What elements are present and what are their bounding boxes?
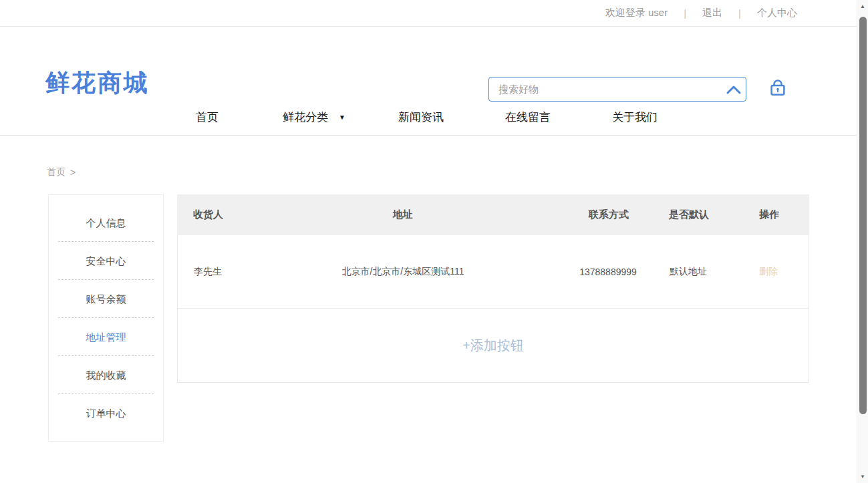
- cell-address: 北京市/北京市/东城区测试111: [238, 266, 568, 278]
- sidebar-item-label: 账号余额: [86, 293, 126, 305]
- nav-item-about-us[interactable]: 关于我们: [581, 100, 688, 135]
- breadcrumb: 首页 >: [47, 166, 868, 178]
- column-header-actions: 操作: [729, 208, 809, 221]
- sidebar-item-label: 我的收藏: [86, 369, 126, 381]
- table-header-row: 收货人 地址 联系方式 是否默认 操作: [177, 194, 809, 235]
- address-table: 收货人 地址 联系方式 是否默认 操作 李先生 北京市/北京市/东城区测试111…: [177, 194, 809, 383]
- column-header-phone: 联系方式: [569, 208, 649, 221]
- delete-address-button[interactable]: 删除: [728, 266, 809, 278]
- nav-label: 鲜花分类: [283, 111, 328, 124]
- sidebar-item-account-balance[interactable]: 账号余额: [49, 280, 163, 318]
- scrollbar[interactable]: ▲ ▼: [857, 0, 868, 483]
- topbar-divider: |: [684, 7, 686, 19]
- content-row: 个人信息 安全中心 账号余额 地址管理 我的收藏 订单中心: [48, 194, 868, 442]
- sidebar-item-security-center[interactable]: 安全中心: [49, 242, 163, 280]
- sidebar-item-address-management[interactable]: 地址管理: [49, 318, 163, 356]
- add-address-button[interactable]: +添加按钮: [462, 337, 524, 355]
- breadcrumb-home-link[interactable]: 首页: [47, 166, 65, 178]
- welcome-text: 欢迎登录 user: [605, 7, 668, 19]
- sidebar-item-label: 安全中心: [86, 255, 126, 267]
- scrollbar-up-arrow-icon[interactable]: ▲: [857, 3, 868, 9]
- logout-link[interactable]: 退出: [702, 7, 722, 19]
- lock-icon[interactable]: [768, 77, 788, 98]
- nav-item-home[interactable]: 首页: [154, 100, 261, 135]
- cell-is-default: 默认地址: [648, 266, 728, 278]
- search-box: [488, 77, 746, 102]
- column-header-address: 地址: [237, 208, 569, 221]
- sidebar-item-my-favorites[interactable]: 我的收藏: [49, 356, 163, 394]
- table-row: 李先生 北京市/北京市/东城区测试111 13788889999 默认地址 删除: [177, 235, 809, 309]
- site-header: 鲜花商城 首页: [0, 27, 868, 136]
- scrollbar-thumb[interactable]: [859, 17, 867, 414]
- page: 欢迎登录 user | 退出 | 个人中心 鲜花商城: [0, 0, 868, 483]
- column-header-receiver: 收货人: [177, 208, 237, 221]
- sidebar-item-order-center[interactable]: 订单中心: [49, 394, 163, 432]
- header-top: 鲜花商城: [0, 27, 868, 100]
- cell-phone: 13788889999: [568, 267, 648, 277]
- sidebar-item-label: 订单中心: [86, 408, 126, 419]
- cell-receiver: 李先生: [178, 266, 238, 278]
- column-header-is-default: 是否默认: [649, 208, 729, 221]
- nav-item-guestbook[interactable]: 在线留言: [474, 100, 581, 135]
- topbar-divider: |: [738, 7, 741, 19]
- chevron-up-icon[interactable]: [722, 84, 746, 95]
- nav-item-news[interactable]: 新闻资讯: [368, 100, 474, 135]
- account-sidebar: 个人信息 安全中心 账号余额 地址管理 我的收藏 订单中心: [48, 194, 164, 442]
- add-address-area: +添加按钮: [177, 309, 809, 383]
- nav-label: 新闻资讯: [398, 111, 444, 124]
- breadcrumb-separator: >: [70, 167, 76, 178]
- scrollbar-down-arrow-icon[interactable]: ▼: [857, 474, 868, 480]
- site-logo[interactable]: 鲜花商城: [45, 67, 150, 100]
- nav-label: 关于我们: [612, 111, 658, 124]
- account-topbar: 欢迎登录 user | 退出 | 个人中心: [0, 0, 868, 27]
- main-nav: 首页 鲜花分类▼ 新闻资讯 在线留言 关于我们: [0, 100, 868, 136]
- sidebar-item-label: 个人信息: [86, 217, 126, 228]
- sidebar-item-label: 地址管理: [86, 331, 126, 343]
- search-input[interactable]: [489, 77, 722, 101]
- user-center-link[interactable]: 个人中心: [757, 7, 797, 19]
- nav-label: 首页: [196, 111, 219, 124]
- dropdown-caret-icon: ▼: [339, 100, 345, 134]
- main-content: 首页 > 个人信息 安全中心 账号余额 地址管理 我的收藏: [0, 166, 868, 442]
- nav-label: 在线留言: [505, 111, 551, 124]
- nav-item-flower-categories[interactable]: 鲜花分类▼: [261, 100, 368, 135]
- sidebar-item-personal-info[interactable]: 个人信息: [49, 204, 163, 242]
